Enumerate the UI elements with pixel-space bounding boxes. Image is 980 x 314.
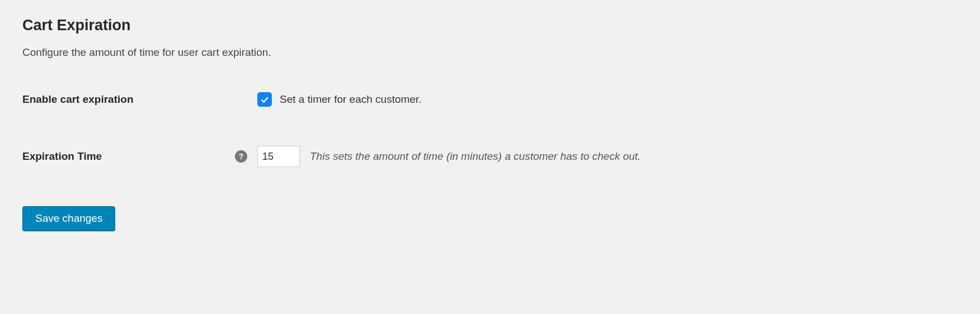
section-description: Configure the amount of time for user ca… [22, 46, 958, 59]
save-button[interactable]: Save changes [22, 206, 115, 231]
expiration-time-description: This sets the amount of time (in minutes… [310, 150, 640, 163]
check-icon [260, 94, 270, 104]
enable-expiration-label: Enable cart expiration [22, 93, 235, 106]
enable-expiration-description: Set a timer for each customer. [280, 93, 421, 106]
enable-expiration-row: Enable cart expiration Set a timer for e… [22, 92, 958, 107]
expiration-time-label: Expiration Time [22, 150, 235, 163]
expiration-time-input[interactable] [257, 146, 300, 167]
enable-expiration-checkbox[interactable] [257, 92, 272, 107]
expiration-time-row: Expiration Time ? This sets the amount o… [22, 146, 958, 167]
section-title: Cart Expiration [22, 17, 958, 34]
help-icon[interactable]: ? [235, 150, 247, 163]
